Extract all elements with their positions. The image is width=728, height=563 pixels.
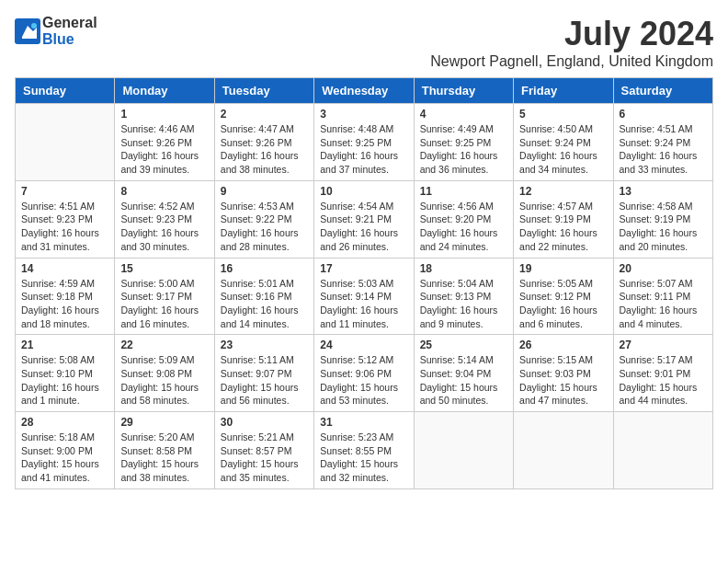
calendar-day-cell: 8Sunrise: 4:52 AM Sunset: 9:23 PM Daylig… bbox=[115, 180, 214, 258]
day-number: 16 bbox=[221, 262, 308, 275]
col-thursday: Thursday bbox=[414, 78, 513, 104]
day-info: Sunrise: 5:03 AM Sunset: 9:14 PM Dayligh… bbox=[320, 277, 407, 331]
day-number: 14 bbox=[21, 262, 108, 275]
day-number: 2 bbox=[221, 108, 308, 121]
day-info: Sunrise: 5:18 AM Sunset: 9:00 PM Dayligh… bbox=[21, 431, 108, 485]
calendar-day-cell: 30Sunrise: 5:21 AM Sunset: 8:57 PM Dayli… bbox=[214, 412, 313, 489]
calendar-day-cell: 18Sunrise: 5:04 AM Sunset: 9:13 PM Dayli… bbox=[414, 258, 513, 335]
calendar-day-cell: 13Sunrise: 4:58 AM Sunset: 9:19 PM Dayli… bbox=[613, 180, 712, 258]
calendar-day-cell: 2Sunrise: 4:47 AM Sunset: 9:26 PM Daylig… bbox=[214, 104, 313, 181]
col-friday: Friday bbox=[514, 78, 613, 104]
day-number: 9 bbox=[221, 185, 308, 198]
day-info: Sunrise: 4:59 AM Sunset: 9:18 PM Dayligh… bbox=[21, 277, 108, 331]
calendar-day-cell: 14Sunrise: 4:59 AM Sunset: 9:18 PM Dayli… bbox=[16, 258, 115, 335]
calendar-day-cell: 20Sunrise: 5:07 AM Sunset: 9:11 PM Dayli… bbox=[613, 258, 712, 335]
day-number: 19 bbox=[519, 262, 607, 275]
calendar-day-cell: 3Sunrise: 4:48 AM Sunset: 9:25 PM Daylig… bbox=[314, 104, 414, 181]
day-number: 31 bbox=[320, 416, 407, 429]
day-number: 15 bbox=[120, 262, 208, 275]
calendar-day-cell: 29Sunrise: 5:20 AM Sunset: 8:58 PM Dayli… bbox=[115, 412, 214, 489]
calendar-week-row: 14Sunrise: 4:59 AM Sunset: 9:18 PM Dayli… bbox=[16, 258, 713, 335]
calendar-day-cell: 26Sunrise: 5:15 AM Sunset: 9:03 PM Dayli… bbox=[514, 335, 613, 412]
calendar-day-cell bbox=[613, 412, 712, 489]
day-info: Sunrise: 4:47 AM Sunset: 9:26 PM Dayligh… bbox=[221, 122, 308, 177]
day-info: Sunrise: 5:05 AM Sunset: 9:12 PM Dayligh… bbox=[519, 277, 607, 331]
day-info: Sunrise: 5:04 AM Sunset: 9:13 PM Dayligh… bbox=[420, 277, 507, 331]
day-info: Sunrise: 5:15 AM Sunset: 9:03 PM Dayligh… bbox=[519, 353, 607, 408]
day-info: Sunrise: 5:01 AM Sunset: 9:16 PM Dayligh… bbox=[221, 277, 308, 331]
day-info: Sunrise: 5:09 AM Sunset: 9:08 PM Dayligh… bbox=[120, 353, 208, 408]
day-info: Sunrise: 4:51 AM Sunset: 9:24 PM Dayligh… bbox=[620, 122, 707, 177]
calendar-week-row: 7Sunrise: 4:51 AM Sunset: 9:23 PM Daylig… bbox=[16, 180, 713, 258]
day-info: Sunrise: 5:08 AM Sunset: 9:10 PM Dayligh… bbox=[21, 353, 108, 408]
day-number: 29 bbox=[120, 416, 208, 429]
day-info: Sunrise: 4:58 AM Sunset: 9:19 PM Dayligh… bbox=[620, 200, 707, 254]
day-number: 26 bbox=[519, 339, 607, 351]
calendar-day-cell: 6Sunrise: 4:51 AM Sunset: 9:24 PM Daylig… bbox=[613, 104, 712, 181]
day-info: Sunrise: 4:54 AM Sunset: 9:21 PM Dayligh… bbox=[320, 200, 407, 254]
calendar-day-cell: 4Sunrise: 4:49 AM Sunset: 9:25 PM Daylig… bbox=[414, 104, 513, 181]
col-sunday: Sunday bbox=[16, 78, 115, 104]
calendar-week-row: 28Sunrise: 5:18 AM Sunset: 9:00 PM Dayli… bbox=[16, 412, 713, 489]
day-number: 23 bbox=[221, 339, 308, 351]
day-info: Sunrise: 4:50 AM Sunset: 9:24 PM Dayligh… bbox=[519, 122, 607, 177]
day-number: 21 bbox=[21, 339, 108, 351]
day-number: 30 bbox=[221, 416, 308, 429]
logo-blue: Blue bbox=[42, 31, 74, 47]
day-number: 5 bbox=[519, 108, 607, 121]
day-number: 25 bbox=[420, 339, 507, 351]
day-info: Sunrise: 5:20 AM Sunset: 8:58 PM Dayligh… bbox=[120, 431, 208, 485]
day-number: 22 bbox=[120, 339, 208, 351]
day-number: 20 bbox=[620, 262, 707, 275]
day-number: 4 bbox=[420, 108, 507, 121]
col-wednesday: Wednesday bbox=[314, 78, 414, 104]
day-info: Sunrise: 4:52 AM Sunset: 9:23 PM Dayligh… bbox=[120, 200, 208, 254]
calendar-day-cell: 28Sunrise: 5:18 AM Sunset: 9:00 PM Dayli… bbox=[16, 412, 115, 489]
day-number: 12 bbox=[519, 185, 607, 198]
col-monday: Monday bbox=[115, 78, 214, 104]
calendar-day-cell: 17Sunrise: 5:03 AM Sunset: 9:14 PM Dayli… bbox=[314, 258, 414, 335]
calendar-day-cell: 19Sunrise: 5:05 AM Sunset: 9:12 PM Dayli… bbox=[514, 258, 613, 335]
calendar-day-cell: 27Sunrise: 5:17 AM Sunset: 9:01 PM Dayli… bbox=[613, 335, 712, 412]
calendar-week-row: 21Sunrise: 5:08 AM Sunset: 9:10 PM Dayli… bbox=[16, 335, 713, 412]
svg-point-2 bbox=[31, 23, 37, 29]
day-info: Sunrise: 4:46 AM Sunset: 9:26 PM Dayligh… bbox=[120, 122, 208, 177]
subtitle: Newport Pagnell, England, United Kingdom bbox=[430, 53, 713, 70]
calendar-day-cell: 9Sunrise: 4:53 AM Sunset: 9:22 PM Daylig… bbox=[214, 180, 313, 258]
day-number: 18 bbox=[420, 262, 507, 275]
calendar-day-cell: 24Sunrise: 5:12 AM Sunset: 9:06 PM Dayli… bbox=[314, 335, 414, 412]
day-number: 10 bbox=[320, 185, 407, 198]
day-info: Sunrise: 5:12 AM Sunset: 9:06 PM Dayligh… bbox=[320, 353, 407, 408]
calendar-day-cell: 31Sunrise: 5:23 AM Sunset: 8:55 PM Dayli… bbox=[314, 412, 414, 489]
calendar-day-cell: 15Sunrise: 5:00 AM Sunset: 9:17 PM Dayli… bbox=[115, 258, 214, 335]
calendar-day-cell bbox=[514, 412, 613, 489]
calendar-day-cell: 23Sunrise: 5:11 AM Sunset: 9:07 PM Dayli… bbox=[214, 335, 313, 412]
calendar-day-cell: 10Sunrise: 4:54 AM Sunset: 9:21 PM Dayli… bbox=[314, 180, 414, 258]
calendar-day-cell: 7Sunrise: 4:51 AM Sunset: 9:23 PM Daylig… bbox=[16, 180, 115, 258]
main-title: July 2024 bbox=[430, 15, 713, 53]
col-saturday: Saturday bbox=[613, 78, 712, 104]
calendar-week-row: 1Sunrise: 4:46 AM Sunset: 9:26 PM Daylig… bbox=[16, 104, 713, 181]
day-info: Sunrise: 5:14 AM Sunset: 9:04 PM Dayligh… bbox=[420, 353, 507, 408]
logo-general: General bbox=[42, 15, 97, 30]
day-number: 13 bbox=[620, 185, 707, 198]
calendar: Sunday Monday Tuesday Wednesday Thursday… bbox=[15, 77, 713, 489]
header: General Blue July 2024 Newport Pagnell, … bbox=[15, 15, 713, 70]
calendar-day-cell: 5Sunrise: 4:50 AM Sunset: 9:24 PM Daylig… bbox=[514, 104, 613, 181]
calendar-day-cell bbox=[414, 412, 513, 489]
day-info: Sunrise: 5:17 AM Sunset: 9:01 PM Dayligh… bbox=[620, 353, 707, 408]
logo-icon bbox=[15, 18, 40, 44]
day-info: Sunrise: 4:57 AM Sunset: 9:19 PM Dayligh… bbox=[519, 200, 607, 254]
day-info: Sunrise: 4:48 AM Sunset: 9:25 PM Dayligh… bbox=[320, 122, 407, 177]
day-info: Sunrise: 5:00 AM Sunset: 9:17 PM Dayligh… bbox=[120, 277, 208, 331]
logo: General Blue bbox=[15, 15, 97, 48]
day-number: 17 bbox=[320, 262, 407, 275]
day-info: Sunrise: 4:53 AM Sunset: 9:22 PM Dayligh… bbox=[221, 200, 308, 254]
day-number: 6 bbox=[620, 108, 707, 121]
day-number: 11 bbox=[420, 185, 507, 198]
calendar-header-row: Sunday Monday Tuesday Wednesday Thursday… bbox=[16, 78, 713, 104]
day-info: Sunrise: 4:49 AM Sunset: 9:25 PM Dayligh… bbox=[420, 122, 507, 177]
calendar-day-cell: 22Sunrise: 5:09 AM Sunset: 9:08 PM Dayli… bbox=[115, 335, 214, 412]
day-number: 24 bbox=[320, 339, 407, 351]
day-info: Sunrise: 5:23 AM Sunset: 8:55 PM Dayligh… bbox=[320, 431, 407, 485]
